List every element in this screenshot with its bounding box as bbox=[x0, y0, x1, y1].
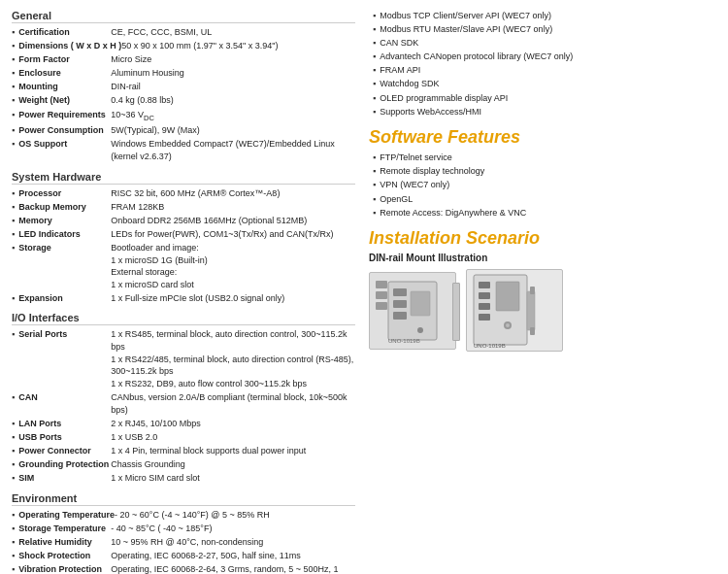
spec-label: Operating Temperature bbox=[18, 509, 115, 522]
spec-value: 50 x 90 x 100 mm (1.97" x 3.54" x 3.94") bbox=[121, 40, 355, 52]
spec-value: Onboard DDR2 256MB 166MHz (Optional 512M… bbox=[111, 215, 355, 227]
din-rail-subtitle: DIN-rail Mount Illustration bbox=[369, 253, 716, 263]
spec-value: DIN-rail bbox=[111, 81, 355, 93]
spec-label: Dimensions ( W x D x H ) bbox=[18, 40, 121, 52]
list-item: USB Ports 1 x USB 2.0 bbox=[12, 431, 355, 444]
list-item: Grounding Protection Chassis Grounding bbox=[12, 458, 355, 471]
port-1 bbox=[376, 281, 387, 288]
list-item: Power Requirements 10~36 VDC bbox=[12, 109, 355, 123]
left-column: General Certification CE, FCC, CCC, BSMI… bbox=[12, 10, 365, 574]
spec-value: 1 x RS485, terminal block, auto directio… bbox=[111, 328, 355, 389]
spec-label: CAN bbox=[18, 391, 111, 416]
environment-list: Operating Temperature - 20 ~ 60°C (-4 ~ … bbox=[12, 509, 355, 574]
list-item: OpenGL bbox=[373, 193, 716, 206]
spec-label: Expansion bbox=[18, 292, 111, 305]
right-column: Modbus TCP Client/Server API (WEC7 only)… bbox=[365, 10, 716, 574]
environment-title: Environment bbox=[12, 492, 355, 506]
spec-value: CE, FCC, CCC, BSMI, UL bbox=[111, 26, 355, 39]
list-item: Remote Access: DigAnywhere & VNC bbox=[373, 207, 716, 219]
device-body-1: UNO-1019B bbox=[370, 273, 455, 349]
list-item: Weight (Net) 0.4 kg (0.88 lbs) bbox=[12, 94, 355, 107]
list-item: Shock Protection Operating, IEC 60068-2-… bbox=[12, 550, 355, 562]
spec-label: Storage Temperature bbox=[18, 523, 111, 535]
svg-rect-8 bbox=[479, 282, 490, 288]
spec-label: Relative Humidity bbox=[18, 536, 111, 549]
spec-label: Grounding Protection bbox=[18, 458, 111, 471]
svg-text:UNO-1019B: UNO-1019B bbox=[474, 343, 506, 349]
list-item: Form Factor Micro Size bbox=[12, 53, 355, 66]
spec-label: Certification bbox=[18, 26, 111, 39]
list-item: Memory Onboard DDR2 256MB 166MHz (Option… bbox=[12, 215, 355, 227]
list-item: Enclosure Aluminum Housing bbox=[12, 67, 355, 80]
list-item: Remote display technology bbox=[373, 165, 716, 178]
device-ports-1 bbox=[376, 281, 387, 310]
svg-rect-10 bbox=[479, 303, 490, 310]
spec-label: Weight (Net) bbox=[18, 94, 111, 107]
spec-value: Windows Embedded Compact7 (WEC7)/Embedde… bbox=[111, 138, 355, 162]
spec-value: Chassis Grounding bbox=[111, 458, 355, 471]
spec-label: Enclosure bbox=[18, 67, 111, 80]
general-title: General bbox=[12, 10, 355, 23]
spec-value: Aluminum Housing bbox=[111, 67, 355, 80]
general-list: Certification CE, FCC, CCC, BSMI, UL Dim… bbox=[12, 26, 355, 163]
list-item: Watchdog SDK bbox=[373, 78, 716, 90]
spec-label: USB Ports bbox=[18, 431, 111, 444]
list-item: Operating Temperature - 20 ~ 60°C (-4 ~ … bbox=[12, 509, 355, 522]
list-item: Mounting DIN-rail bbox=[12, 81, 355, 93]
spec-value: RISC 32 bit, 600 MHz (ARM® Cortex™-A8) bbox=[111, 187, 355, 200]
list-item: CAN CANbus, version 2.0A/B compliant (te… bbox=[12, 391, 355, 416]
spec-label: Vibration Protection bbox=[18, 563, 111, 574]
spec-label: Storage bbox=[18, 242, 111, 290]
spec-label: SIM bbox=[18, 472, 111, 485]
spec-label: Power Consumption bbox=[18, 124, 111, 137]
installation-title: Installation Scenario bbox=[369, 228, 716, 249]
list-item: Power Consumption 5W(Typical), 9W (Max) bbox=[12, 124, 355, 137]
svg-text:UNO-1019B: UNO-1019B bbox=[388, 338, 420, 344]
device-image-1: UNO-1019B bbox=[369, 272, 456, 350]
list-item: LED Indicators LEDs for Power(PWR), COM1… bbox=[12, 228, 355, 241]
svg-rect-11 bbox=[479, 314, 490, 321]
port-2 bbox=[376, 291, 387, 299]
list-item: Vibration Protection Operating, IEC 6006… bbox=[12, 563, 355, 574]
spec-value: 1 x 4 Pin, terminal block supports dual … bbox=[111, 445, 355, 457]
list-item: OLED programmable display API bbox=[373, 92, 716, 105]
spec-label: Shock Protection bbox=[18, 550, 111, 562]
list-item: Supports WebAccess/HMI bbox=[373, 106, 716, 118]
device-svg-2: UNO-1019B bbox=[469, 272, 561, 350]
spec-value: 0.4 kg (0.88 lbs) bbox=[111, 94, 355, 107]
spec-value: Micro Size bbox=[111, 53, 355, 66]
spec-label: Form Factor bbox=[18, 53, 111, 66]
spec-value: 10~36 VDC bbox=[111, 109, 355, 123]
spec-value: - 40 ~ 85°C ( -40 ~ 185°F) bbox=[111, 523, 355, 535]
svg-rect-16 bbox=[530, 287, 535, 294]
spec-value: LEDs for Power(PWR), COM1~3(Tx/Rx) and C… bbox=[111, 228, 355, 241]
list-item: Certification CE, FCC, CCC, BSMI, UL bbox=[12, 26, 355, 39]
spec-label: Backup Memory bbox=[18, 201, 111, 214]
spec-value: CANbus, version 2.0A/B compliant (termin… bbox=[111, 391, 355, 416]
system-hardware-title: System Hardware bbox=[12, 171, 355, 185]
svg-point-14 bbox=[506, 323, 510, 327]
io-interfaces-title: I/O Interfaces bbox=[12, 312, 355, 325]
spec-label: Serial Ports bbox=[18, 328, 111, 389]
spec-value: 2 x RJ45, 10/100 Mbps bbox=[111, 418, 355, 430]
svg-rect-4 bbox=[411, 291, 430, 316]
list-item: Storage Bootloader and image:1 x microSD… bbox=[12, 242, 355, 290]
spec-value: 1 x USB 2.0 bbox=[111, 431, 355, 444]
spec-value: Operating, IEC 60068-2-27, 50G, half sin… bbox=[111, 550, 355, 562]
spec-value: 1 x Full-size mPCIe slot (USB2.0 signal … bbox=[111, 292, 355, 305]
list-item: Serial Ports 1 x RS485, terminal block, … bbox=[12, 328, 355, 389]
list-item: Advantech CANopen protocol library (WEC7… bbox=[373, 51, 716, 63]
software-features-list: FTP/Telnet service Remote display techno… bbox=[373, 152, 716, 219]
din-clip-1 bbox=[452, 283, 460, 341]
list-item: Modbus TCP Client/Server API (WEC7 only) bbox=[373, 10, 716, 22]
list-item: Power Connector 1 x 4 Pin, terminal bloc… bbox=[12, 445, 355, 457]
list-item: SIM 1 x Micro SIM card slot bbox=[12, 472, 355, 485]
list-item: Relative Humidity 10 ~ 95% RH @ 40°C, no… bbox=[12, 536, 355, 549]
spec-value: 1 x Micro SIM card slot bbox=[111, 472, 355, 485]
list-item: VPN (WEC7 only) bbox=[373, 179, 716, 191]
software-features-title: Software Features bbox=[369, 127, 716, 148]
list-item: Dimensions ( W x D x H ) 50 x 90 x 100 m… bbox=[12, 40, 355, 52]
spec-value: 10 ~ 95% RH @ 40°C, non-condensing bbox=[111, 536, 355, 549]
spec-label: Power Connector bbox=[18, 445, 111, 457]
spec-label: Memory bbox=[18, 215, 111, 227]
